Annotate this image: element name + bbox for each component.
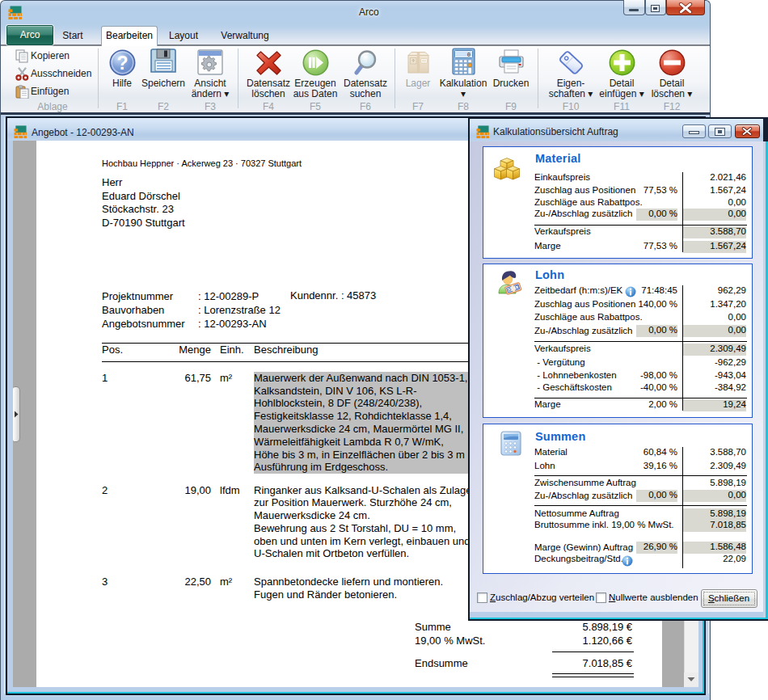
svg-text:0: 0 — [467, 52, 471, 58]
svg-text:?: ? — [116, 53, 128, 74]
